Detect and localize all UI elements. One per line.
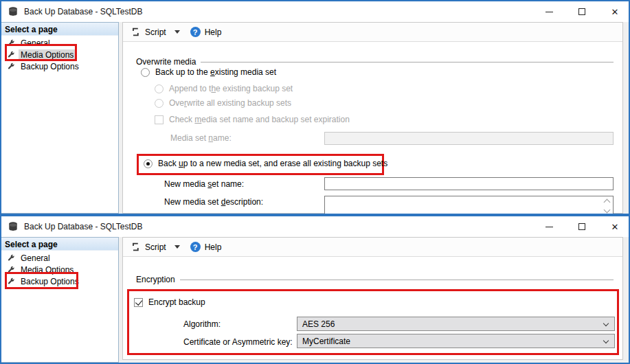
sidebar-item-media-options[interactable]: Media Options xyxy=(1,264,118,275)
backup-database-dialog-backup-options: Back Up Database - SQLTestDB ✕ Select a … xyxy=(0,215,630,364)
help-icon: ? xyxy=(190,27,201,37)
sidebar-item-label: Media Options xyxy=(19,264,76,275)
checkbox-icon-checked[interactable] xyxy=(134,298,143,307)
group-divider xyxy=(180,280,614,284)
radio-icon xyxy=(155,99,164,108)
radio-label: Back up to the existing media set xyxy=(155,67,276,77)
window-title: Back Up Database - SQLTestDB xyxy=(24,222,143,231)
toolbar: Script ? Help xyxy=(123,238,622,257)
checkbox-label: Check media set name and backup set expi… xyxy=(169,115,350,124)
sidebar-items: General Media Options Backup Options xyxy=(1,36,118,72)
sidebar-items: General Media Options Backup Options xyxy=(1,251,118,287)
new-media-set-name-label: New media set name: xyxy=(164,179,244,189)
chevron-down-icon xyxy=(603,338,609,343)
sidebar-item-backup-options[interactable]: Backup Options xyxy=(1,60,118,72)
help-icon: ? xyxy=(190,242,201,252)
titlebar: Back Up Database - SQLTestDB ✕ xyxy=(1,1,629,22)
window-controls: ✕ xyxy=(545,216,619,237)
sidebar-header: Select a page xyxy=(1,23,118,36)
media-set-name-label: Media set name: xyxy=(170,133,232,143)
new-media-set-description-wrap xyxy=(324,196,614,215)
checkbox-encrypt-backup[interactable]: Encrypt backup xyxy=(134,297,205,307)
group-label: Encryption xyxy=(136,275,175,284)
maximize-button[interactable] xyxy=(578,222,586,231)
toolbar: Script ? Help xyxy=(123,23,622,42)
sidebar-item-general[interactable]: General xyxy=(1,252,118,264)
group-label: Overwrite media xyxy=(136,57,196,67)
scroll-down-icon[interactable] xyxy=(604,207,611,214)
media-options-page: Overwrite media Back up to the existing … xyxy=(123,43,622,213)
overwrite-media-group: Overwrite media xyxy=(136,57,614,67)
wrench-icon xyxy=(6,62,15,71)
minimize-button[interactable] xyxy=(545,222,553,231)
wrench-icon xyxy=(6,38,15,47)
sidebar-item-label: General xyxy=(19,38,52,49)
radio-overwrite-backup-sets: Overwrite all existing backup sets xyxy=(155,98,291,108)
close-button[interactable]: ✕ xyxy=(611,222,619,231)
new-media-set-name-input[interactable] xyxy=(324,177,614,190)
sidebar-item-label: General xyxy=(19,253,52,264)
radio-append-backup-set: Append to the existing backup set xyxy=(155,84,293,93)
script-icon xyxy=(131,242,141,252)
window-title: Back Up Database - SQLTestDB xyxy=(24,7,143,16)
sidebar-item-backup-options[interactable]: Backup Options xyxy=(1,275,118,287)
checkbox-label: Encrypt backup xyxy=(148,297,205,307)
chevron-down-icon xyxy=(175,245,180,249)
backup-database-dialog-media-options: Back Up Database - SQLTestDB ✕ Select a … xyxy=(0,0,630,215)
algorithm-label: Algorithm: xyxy=(183,319,221,329)
radio-label: Append to the existing backup set xyxy=(169,84,293,93)
new-media-set-description-input[interactable] xyxy=(324,196,614,215)
script-button[interactable]: Script xyxy=(131,27,180,37)
script-button[interactable]: Script xyxy=(131,242,180,252)
sidebar-item-general[interactable]: General xyxy=(1,37,118,49)
maximize-icon xyxy=(578,223,585,230)
sidebar-header: Select a page xyxy=(1,238,118,251)
radio-icon-checked[interactable] xyxy=(144,159,153,168)
textarea-scroll-buttons xyxy=(602,197,612,212)
radio-existing-media-set[interactable]: Back up to the existing media set xyxy=(141,67,276,77)
sidebar-item-label: Backup Options xyxy=(19,276,81,287)
close-button[interactable]: ✕ xyxy=(611,7,619,16)
titlebar: Back Up Database - SQLTestDB ✕ xyxy=(1,216,629,237)
screenshot-stage: Back Up Database - SQLTestDB ✕ Select a … xyxy=(0,0,630,364)
sidebar-item-media-options[interactable]: Media Options xyxy=(1,49,118,60)
backup-options-page: Encryption Encrypt backup Algorithm: AES… xyxy=(123,258,622,359)
minimize-button[interactable] xyxy=(545,7,553,16)
wrench-icon xyxy=(6,253,15,262)
wrench-icon xyxy=(6,277,15,286)
sidebar-item-label: Backup Options xyxy=(19,61,81,72)
certificate-dropdown-value: MyCertificate xyxy=(302,337,350,346)
radio-icon[interactable] xyxy=(141,68,150,77)
media-set-name-input xyxy=(324,132,614,145)
help-button[interactable]: ? Help xyxy=(180,27,222,37)
scroll-up-icon[interactable] xyxy=(604,199,611,206)
certificate-label: Certificate or Asymmetric key: xyxy=(183,337,293,347)
select-a-page-sidebar: Select a page General Media Options Back… xyxy=(1,22,119,214)
minimize-icon xyxy=(545,227,553,227)
wrench-icon xyxy=(6,50,15,59)
help-button-label: Help xyxy=(205,242,222,252)
chevron-down-icon xyxy=(175,30,180,34)
checkbox-icon xyxy=(155,115,164,124)
certificate-dropdown[interactable]: MyCertificate xyxy=(297,334,615,348)
maximize-button[interactable] xyxy=(578,7,586,16)
radio-label: Overwrite all existing backup sets xyxy=(169,98,291,108)
help-button-label: Help xyxy=(205,27,222,37)
help-button[interactable]: ? Help xyxy=(180,242,222,252)
algorithm-dropdown[interactable]: AES 256 xyxy=(297,317,615,331)
sidebar-item-label: Media Options xyxy=(19,49,76,60)
radio-icon xyxy=(155,84,164,93)
checkbox-check-media-set-name: Check media set name and backup set expi… xyxy=(155,115,350,124)
database-icon xyxy=(8,6,19,17)
script-button-label: Script xyxy=(145,242,166,252)
radio-new-media-set[interactable]: Back up to a new media set, and erase al… xyxy=(144,159,387,168)
minimize-icon xyxy=(545,12,553,12)
encryption-group: Encryption xyxy=(136,275,614,284)
content-panel: Script ? Help Encryption Encrypt backup xyxy=(122,237,623,360)
wrench-icon xyxy=(6,265,15,274)
select-a-page-sidebar: Select a page General Media Options Back… xyxy=(1,237,119,363)
algorithm-dropdown-value: AES 256 xyxy=(302,319,335,329)
script-icon xyxy=(131,27,141,37)
database-icon xyxy=(8,221,19,232)
window-controls: ✕ xyxy=(545,1,619,22)
